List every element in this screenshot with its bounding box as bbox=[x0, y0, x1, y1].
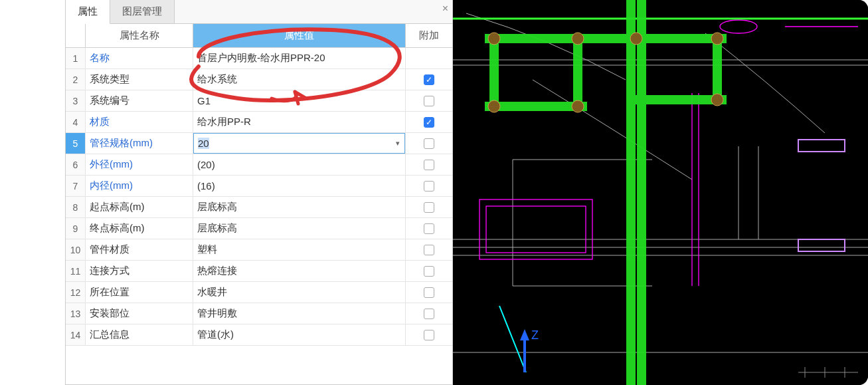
addon-cell bbox=[406, 48, 452, 68]
property-value[interactable]: 塑料 bbox=[193, 239, 406, 260]
table-row[interactable]: 2系统类型给水系统✓ bbox=[66, 69, 452, 90]
row-number: 7 bbox=[66, 176, 86, 196]
table-row[interactable]: 6外径(mm)(20) bbox=[66, 154, 452, 176]
row-number: 10 bbox=[66, 239, 86, 260]
property-value[interactable]: 层底标高 bbox=[193, 197, 406, 217]
property-name: 终点标高(m) bbox=[86, 218, 193, 239]
addon-checkbox[interactable] bbox=[424, 160, 434, 170]
property-name: 系统类型 bbox=[86, 69, 193, 90]
combobox-text[interactable]: 20 bbox=[194, 138, 391, 149]
property-name: 管件材质 bbox=[86, 239, 193, 260]
property-value[interactable]: G1 bbox=[193, 90, 406, 111]
property-value[interactable]: 给水用PP-R bbox=[193, 112, 406, 132]
table-row[interactable]: 9终点标高(m)层底标高 bbox=[66, 218, 452, 239]
addon-cell bbox=[406, 154, 452, 175]
property-name: 内径(mm) bbox=[86, 176, 193, 196]
cad-viewport[interactable]: Z bbox=[453, 0, 868, 385]
addon-cell bbox=[406, 261, 452, 281]
row-number: 12 bbox=[66, 282, 86, 303]
property-value[interactable]: (16) bbox=[193, 176, 406, 196]
tab-bar: 属性 图层管理 bbox=[66, 0, 452, 24]
table-row[interactable]: 1名称首层户内明敷-给水用PPR-20 bbox=[66, 48, 452, 69]
addon-cell bbox=[406, 324, 452, 345]
property-value[interactable]: (20) bbox=[193, 154, 406, 175]
property-name: 管径规格(mm) bbox=[86, 133, 193, 154]
property-value[interactable]: 管井明敷 bbox=[193, 303, 406, 324]
addon-cell bbox=[406, 176, 452, 196]
property-name: 连接方式 bbox=[86, 261, 193, 281]
addon-cell: ✓ bbox=[406, 112, 452, 132]
header-addon[interactable]: 附加 bbox=[406, 24, 452, 47]
table-row[interactable]: 10管件材质塑料 bbox=[66, 239, 452, 261]
row-number: 3 bbox=[66, 90, 86, 111]
table-row[interactable]: 14汇总信息管道(水) bbox=[66, 324, 452, 346]
addon-checkbox[interactable] bbox=[424, 96, 434, 106]
addon-cell: ✓ bbox=[406, 69, 452, 90]
tab-properties[interactable]: 属性 bbox=[66, 0, 110, 24]
property-name: 所在位置 bbox=[86, 282, 193, 303]
tab-layers[interactable]: 图层管理 bbox=[110, 0, 175, 23]
addon-cell bbox=[406, 303, 452, 324]
addon-checkbox[interactable] bbox=[424, 287, 434, 298]
property-value[interactable]: 给水系统 bbox=[193, 69, 406, 90]
row-number: 4 bbox=[66, 112, 86, 132]
property-value[interactable]: 层底标高 bbox=[193, 218, 406, 239]
svg-rect-0 bbox=[453, 0, 868, 385]
addon-checkbox[interactable] bbox=[424, 245, 434, 255]
property-name: 名称 bbox=[86, 48, 193, 68]
property-value[interactable]: 首层户内明敷-给水用PPR-20 bbox=[193, 48, 406, 68]
header-value[interactable]: 属性值 bbox=[193, 24, 406, 47]
chevron-down-icon[interactable]: ▾ bbox=[391, 139, 404, 148]
table-row[interactable]: 8起点标高(m)层底标高 bbox=[66, 197, 452, 218]
property-name: 系统编号 bbox=[86, 90, 193, 111]
table-row[interactable]: 4材质给水用PP-R✓ bbox=[66, 112, 452, 133]
addon-checkbox[interactable] bbox=[424, 138, 434, 149]
property-value[interactable]: 水暖井 bbox=[193, 282, 406, 303]
svg-point-29 bbox=[630, 33, 642, 45]
table-row[interactable]: 3系统编号G1 bbox=[66, 90, 452, 112]
addon-checkbox[interactable] bbox=[424, 223, 434, 234]
value-combobox[interactable]: 20▾ bbox=[193, 133, 405, 154]
addon-checkbox[interactable]: ✓ bbox=[424, 74, 434, 85]
property-name: 汇总信息 bbox=[86, 324, 193, 345]
svg-point-27 bbox=[488, 33, 500, 45]
addon-cell bbox=[406, 197, 452, 217]
addon-cell bbox=[406, 282, 452, 303]
property-value[interactable]: 热熔连接 bbox=[193, 261, 406, 281]
row-number: 13 bbox=[66, 303, 86, 324]
axis-z-label: Z bbox=[531, 328, 539, 342]
table-row[interactable]: 12所在位置水暖井 bbox=[66, 282, 452, 303]
table-row[interactable]: 5管径规格(mm)20▾ bbox=[66, 133, 452, 154]
addon-checkbox[interactable]: ✓ bbox=[424, 117, 434, 128]
property-name: 外径(mm) bbox=[86, 154, 193, 175]
row-number: 9 bbox=[66, 218, 86, 239]
app-window: × 属性 图层管理 属性名称 属性值 附加 1名称首层户内明敷-给水用PPR-2… bbox=[0, 0, 868, 385]
property-value[interactable]: 管道(水) bbox=[193, 324, 406, 345]
grid-header: 属性名称 属性值 附加 bbox=[66, 24, 452, 48]
close-icon[interactable]: × bbox=[442, 3, 448, 15]
property-name: 材质 bbox=[86, 112, 193, 132]
svg-point-31 bbox=[488, 100, 500, 112]
row-number: 1 bbox=[66, 48, 86, 68]
header-name[interactable]: 属性名称 bbox=[86, 24, 193, 47]
row-number: 8 bbox=[66, 197, 86, 217]
row-number: 11 bbox=[66, 261, 86, 281]
properties-panel: × 属性 图层管理 属性名称 属性值 附加 1名称首层户内明敷-给水用PPR-2… bbox=[65, 0, 453, 385]
property-value[interactable]: 20▾ bbox=[193, 133, 406, 154]
row-number: 6 bbox=[66, 154, 86, 175]
addon-cell bbox=[406, 133, 452, 154]
addon-checkbox[interactable] bbox=[424, 266, 434, 277]
property-name: 起点标高(m) bbox=[86, 197, 193, 217]
addon-checkbox[interactable] bbox=[424, 202, 434, 213]
addon-cell bbox=[406, 218, 452, 239]
row-number: 5 bbox=[66, 133, 86, 154]
addon-checkbox[interactable] bbox=[424, 330, 434, 340]
table-row[interactable]: 13安装部位管井明敷 bbox=[66, 303, 452, 324]
table-row[interactable]: 7内径(mm)(16) bbox=[66, 176, 452, 197]
addon-checkbox[interactable] bbox=[424, 309, 434, 319]
addon-checkbox[interactable] bbox=[424, 181, 434, 192]
table-row[interactable]: 11连接方式热熔连接 bbox=[66, 261, 452, 282]
addon-cell bbox=[406, 239, 452, 260]
grid-body: 1名称首层户内明敷-给水用PPR-202系统类型给水系统✓3系统编号G14材质给… bbox=[66, 48, 452, 346]
header-rownum bbox=[66, 24, 86, 47]
